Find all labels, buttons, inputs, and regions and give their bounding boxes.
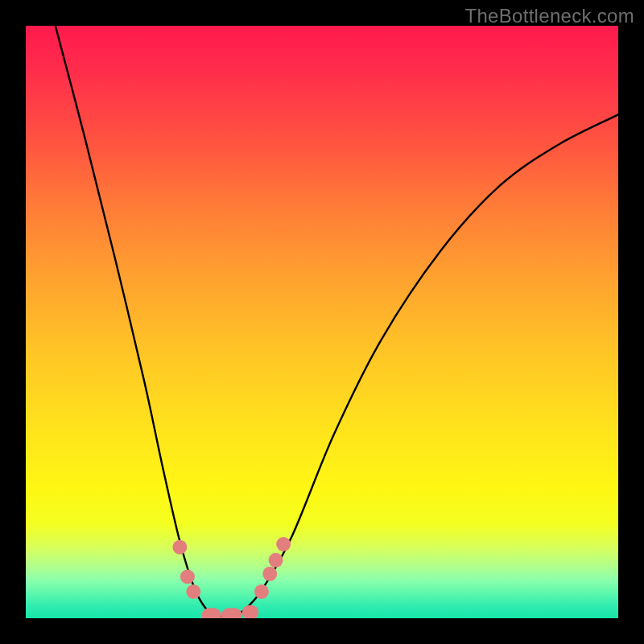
marker-dot	[180, 569, 195, 584]
marker-pill	[202, 608, 221, 618]
marker-dot	[276, 537, 291, 551]
marker-dot	[254, 584, 269, 599]
marker-dot	[269, 553, 283, 568]
chart-stage: TheBottleneck.com	[0, 0, 644, 644]
marker-pill	[221, 608, 242, 618]
curve-markers	[172, 537, 291, 618]
marker-pill	[242, 605, 259, 618]
marker-dot	[186, 584, 200, 599]
marker-dot	[262, 567, 277, 581]
watermark-text: TheBottleneck.com	[464, 5, 634, 27]
bottleneck-curve-path	[56, 26, 618, 616]
marker-dot	[172, 540, 187, 555]
plot-area	[26, 26, 618, 618]
curve-layer	[26, 26, 618, 618]
